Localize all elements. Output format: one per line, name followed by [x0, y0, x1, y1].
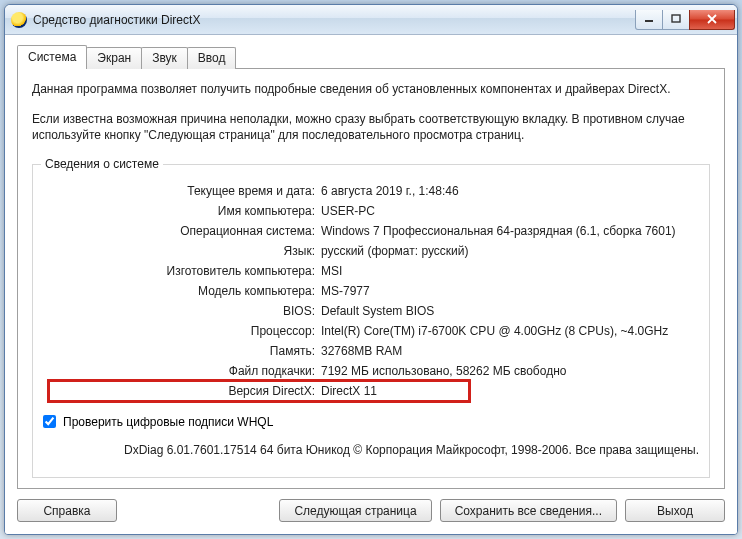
label-lang: Язык:	[43, 241, 321, 261]
row-lang: Язык: русский (формат: русский)	[43, 241, 699, 261]
value-datetime: 6 августа 2019 г., 1:48:46	[321, 181, 699, 201]
label-bios: BIOS:	[43, 301, 321, 321]
whql-checkbox-row[interactable]: Проверить цифровые подписи WHQL	[43, 415, 699, 429]
tab-input[interactable]: Ввод	[187, 47, 237, 69]
system-info-group: Сведения о системе Текущее время и дата:…	[32, 164, 710, 478]
row-oem: Изготовитель компьютера: MSI	[43, 261, 699, 281]
dxdiag-window: Средство диагностики DirectX Система Экр…	[4, 4, 738, 535]
maximize-icon	[671, 14, 681, 24]
value-model: MS-7977	[321, 281, 699, 301]
info-rows: Текущее время и дата: 6 августа 2019 г.,…	[43, 181, 699, 401]
row-ram: Память: 32768MB RAM	[43, 341, 699, 361]
label-model: Модель компьютера:	[43, 281, 321, 301]
save-all-button[interactable]: Сохранить все сведения...	[440, 499, 617, 522]
tabstrip: Система Экран Звук Ввод	[17, 45, 725, 69]
titlebar[interactable]: Средство диагностики DirectX	[5, 5, 737, 35]
label-pcname: Имя компьютера:	[43, 201, 321, 221]
minimize-icon	[644, 14, 654, 24]
value-pcname: USER-PC	[321, 201, 699, 221]
label-pagefile: Файл подкачки:	[43, 361, 321, 381]
client-area: Система Экран Звук Ввод Данная программа…	[5, 35, 737, 534]
row-bios: BIOS: Default System BIOS	[43, 301, 699, 321]
value-bios: Default System BIOS	[321, 301, 699, 321]
intro-paragraph-1: Данная программа позволяет получить подр…	[32, 81, 710, 97]
intro-text: Данная программа позволяет получить подр…	[32, 81, 710, 158]
tab-panel-system: Данная программа позволяет получить подр…	[17, 68, 725, 489]
label-os: Операционная система:	[43, 221, 321, 241]
row-datetime: Текущее время и дата: 6 августа 2019 г.,…	[43, 181, 699, 201]
value-cpu: Intel(R) Core(TM) i7-6700K CPU @ 4.00GHz…	[321, 321, 699, 341]
window-title: Средство диагностики DirectX	[33, 13, 636, 27]
whql-label: Проверить цифровые подписи WHQL	[63, 415, 273, 429]
close-icon	[706, 14, 718, 24]
tab-sound[interactable]: Звук	[141, 47, 188, 69]
value-os: Windows 7 Профессиональная 64-разрядная …	[321, 221, 699, 241]
svg-rect-1	[672, 15, 680, 22]
label-directx: Версия DirectX:	[49, 381, 321, 401]
value-ram: 32768MB RAM	[321, 341, 699, 361]
row-pcname: Имя компьютера: USER-PC	[43, 201, 699, 221]
help-button[interactable]: Справка	[17, 499, 117, 522]
label-ram: Память:	[43, 341, 321, 361]
row-cpu: Процессор: Intel(R) Core(TM) i7-6700K CP…	[43, 321, 699, 341]
window-controls	[636, 10, 735, 30]
row-os: Операционная система: Windows 7 Професси…	[43, 221, 699, 241]
label-oem: Изготовитель компьютера:	[43, 261, 321, 281]
intro-paragraph-2: Если известна возможная причина неполадк…	[32, 111, 710, 143]
button-spacer	[117, 499, 271, 522]
maximize-button[interactable]	[662, 10, 690, 30]
footer-note: DxDiag 6.01.7601.17514 64 бита Юникод © …	[43, 443, 699, 457]
exit-button[interactable]: Выход	[625, 499, 725, 522]
row-pagefile: Файл подкачки: 7192 МБ использовано, 582…	[43, 361, 699, 381]
value-oem: MSI	[321, 261, 699, 281]
whql-checkbox[interactable]	[43, 415, 56, 428]
app-icon	[11, 12, 27, 28]
label-datetime: Текущее время и дата:	[43, 181, 321, 201]
value-directx: DirectX 11	[321, 381, 469, 401]
group-legend: Сведения о системе	[41, 157, 163, 171]
next-page-button[interactable]: Следующая страница	[279, 499, 431, 522]
button-bar: Справка Следующая страница Сохранить все…	[17, 499, 725, 522]
tab-display[interactable]: Экран	[86, 47, 142, 69]
svg-rect-0	[645, 20, 653, 22]
minimize-button[interactable]	[635, 10, 663, 30]
row-model: Модель компьютера: MS-7977	[43, 281, 699, 301]
value-lang: русский (формат: русский)	[321, 241, 699, 261]
tab-system[interactable]: Система	[17, 45, 87, 69]
label-cpu: Процессор:	[43, 321, 321, 341]
value-pagefile: 7192 МБ использовано, 58262 МБ свободно	[321, 361, 699, 381]
close-button[interactable]	[689, 10, 735, 30]
row-directx-version: Версия DirectX: DirectX 11	[49, 381, 469, 401]
